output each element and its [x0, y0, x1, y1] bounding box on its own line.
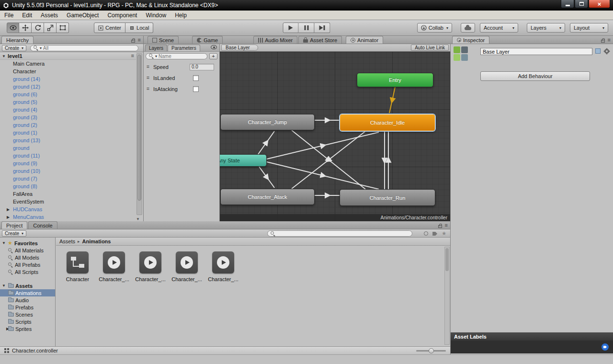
- rect-tool-button[interactable]: [57, 23, 69, 33]
- label-tag-icon[interactable]: [602, 343, 609, 351]
- favorites-star-icon[interactable]: ★: [442, 231, 446, 236]
- folder-sprites[interactable]: ▶Sprites: [0, 325, 55, 332]
- asset-labels-header[interactable]: Asset Labels: [451, 332, 613, 341]
- hierarchy-item-ground-6[interactable]: ground (6): [0, 91, 136, 98]
- hierarchy-item-ground[interactable]: ground: [0, 144, 136, 152]
- foldout-closed-icon[interactable]: ▶: [7, 215, 10, 219]
- tab-audio-mixer[interactable]: Audio Mixer: [253, 36, 297, 44]
- asset-character[interactable]: Character_...: [135, 251, 166, 282]
- state-node-character-run[interactable]: Character_Run: [340, 189, 435, 206]
- state-node-entry[interactable]: Entry: [357, 73, 433, 87]
- foldout-open-icon[interactable]: ▼: [2, 241, 6, 245]
- parameter-value-field[interactable]: 0.0: [190, 64, 214, 70]
- transition-line[interactable]: [267, 162, 379, 189]
- hand-tool-button[interactable]: [7, 23, 19, 33]
- tab-parameters[interactable]: Parameters: [168, 45, 200, 51]
- foldout-open-icon[interactable]: ▼: [2, 54, 6, 58]
- pause-button[interactable]: [299, 23, 315, 33]
- folder-prefabs[interactable]: Prefabs: [0, 304, 55, 311]
- tab-game[interactable]: Game: [192, 36, 223, 44]
- transition-line[interactable]: [389, 87, 395, 113]
- state-node-character-idle[interactable]: Character_Idle: [340, 114, 435, 131]
- hierarchy-item-ground-2[interactable]: ground (2): [0, 121, 136, 129]
- foldout-closed-icon[interactable]: ▶: [7, 207, 10, 212]
- folder-audio[interactable]: Audio: [0, 296, 55, 304]
- asset-grid-scrollbar[interactable]: [444, 247, 450, 345]
- parameter-isatacking[interactable]: =IsAtacking: [144, 85, 219, 93]
- state-node-character-atack[interactable]: Character_Atack: [220, 189, 315, 205]
- hierarchy-item-character[interactable]: Character: [0, 68, 136, 75]
- tab-project[interactable]: Project: [1, 221, 27, 229]
- rotate-tool-button[interactable]: [32, 23, 44, 33]
- menu-file[interactable]: File: [0, 11, 18, 20]
- menu-edit[interactable]: Edit: [18, 11, 36, 20]
- favorite-all-materials[interactable]: All Materials: [0, 247, 55, 254]
- add-behaviour-button[interactable]: Add Behaviour: [480, 71, 590, 81]
- folder-scenes[interactable]: Scenes: [0, 311, 55, 318]
- assets-root[interactable]: ▼Assets: [0, 282, 55, 289]
- favorites-root[interactable]: ▼★Favorites: [0, 239, 55, 247]
- layout-dropdown[interactable]: Layout▾: [570, 23, 608, 33]
- asset-character[interactable]: Character_...: [208, 251, 238, 282]
- minimize-button[interactable]: [561, 0, 574, 8]
- folder-scripts[interactable]: Scripts: [0, 318, 55, 325]
- project-search[interactable]: [267, 230, 412, 237]
- space-toggle-button[interactable]: Local: [125, 23, 153, 33]
- parameter-checkbox[interactable]: [193, 75, 199, 81]
- close-button[interactable]: ×: [589, 0, 610, 8]
- asset-character[interactable]: Character: [62, 251, 93, 282]
- maximize-button[interactable]: [575, 0, 588, 8]
- hierarchy-item-ground-8[interactable]: ground (8): [0, 182, 136, 190]
- menu-help[interactable]: Help: [170, 11, 191, 20]
- hierarchy-item-ground-11[interactable]: ground (11): [0, 152, 136, 159]
- state-node-character-jump[interactable]: Character_Jump: [220, 114, 315, 130]
- project-search-input[interactable]: [277, 231, 409, 236]
- transition-line[interactable]: [259, 167, 274, 188]
- tab-scene[interactable]: Scene: [148, 36, 179, 44]
- panel-menu-icon[interactable]: ≡: [445, 223, 448, 228]
- drag-handle-icon[interactable]: =: [147, 64, 149, 69]
- lock-icon[interactable]: [438, 225, 442, 228]
- favorite-all-models[interactable]: All Models: [0, 254, 55, 261]
- eye-icon[interactable]: [211, 45, 217, 49]
- gear-icon[interactable]: [604, 49, 609, 54]
- tab-inspector[interactable]: Inspector: [452, 36, 489, 44]
- parameter-speed[interactable]: =Speed0.0: [144, 63, 219, 71]
- search-by-type-icon[interactable]: [424, 231, 428, 236]
- hierarchy-scrollbar[interactable]: ▼: [136, 53, 142, 215]
- hierarchy-item-ground-10[interactable]: ground (10): [0, 167, 136, 175]
- hierarchy-item-ground-14[interactable]: ground (14): [0, 75, 136, 83]
- hierarchy-item-ground-13[interactable]: ground (13): [0, 136, 136, 144]
- hierarchy-item-ground-3[interactable]: ground (3): [0, 114, 136, 121]
- panel-menu-icon[interactable]: ≡: [138, 37, 141, 43]
- hierarchy-item-ground-4[interactable]: ground (4): [0, 106, 136, 114]
- parameter-islanded[interactable]: =IsLanded: [144, 74, 219, 82]
- transition-line[interactable]: [258, 131, 274, 154]
- project-create-button[interactable]: Create▾: [2, 230, 26, 237]
- thumbnail-zoom-slider[interactable]: [416, 350, 446, 352]
- scene-menu-icon[interactable]: ≡: [131, 53, 134, 58]
- tab-layers[interactable]: Layers: [145, 45, 167, 51]
- auto-live-link-button[interactable]: Auto Live Link: [411, 45, 449, 51]
- menu-component[interactable]: Component: [103, 11, 141, 20]
- collab-dropdown[interactable]: Collab▾: [417, 23, 452, 33]
- asset-character[interactable]: Character_...: [99, 251, 129, 282]
- foldout-open-icon[interactable]: ▼: [2, 284, 6, 288]
- hierarchy-item-eventsystem[interactable]: EventSystem: [0, 198, 136, 205]
- drag-handle-icon[interactable]: =: [147, 75, 149, 80]
- scale-tool-button[interactable]: [44, 23, 57, 33]
- menu-assets[interactable]: Assets: [36, 11, 62, 20]
- folder-animations[interactable]: Animations: [0, 289, 55, 296]
- hierarchy-search[interactable]: ▾: [30, 45, 138, 51]
- hierarchy-item-hudcanvas[interactable]: ▶HUDCanvas: [0, 205, 136, 213]
- menu-window[interactable]: Window: [141, 11, 170, 20]
- breadcrumb-base-layer[interactable]: Base Layer: [221, 45, 258, 51]
- hierarchy-item-menucanvas[interactable]: ▶MenuCanvas: [0, 213, 136, 221]
- favorite-all-scripts[interactable]: All Scripts: [0, 268, 55, 275]
- panel-menu-icon[interactable]: ≡: [608, 37, 611, 43]
- hierarchy-item-ground-7[interactable]: ground (7): [0, 175, 136, 182]
- tab-animator[interactable]: Animator: [346, 36, 383, 44]
- hierarchy-create-button[interactable]: Create▾: [2, 45, 26, 51]
- pivot-toggle-button[interactable]: Center: [94, 23, 125, 33]
- scrollbar-thumb[interactable]: [445, 248, 449, 271]
